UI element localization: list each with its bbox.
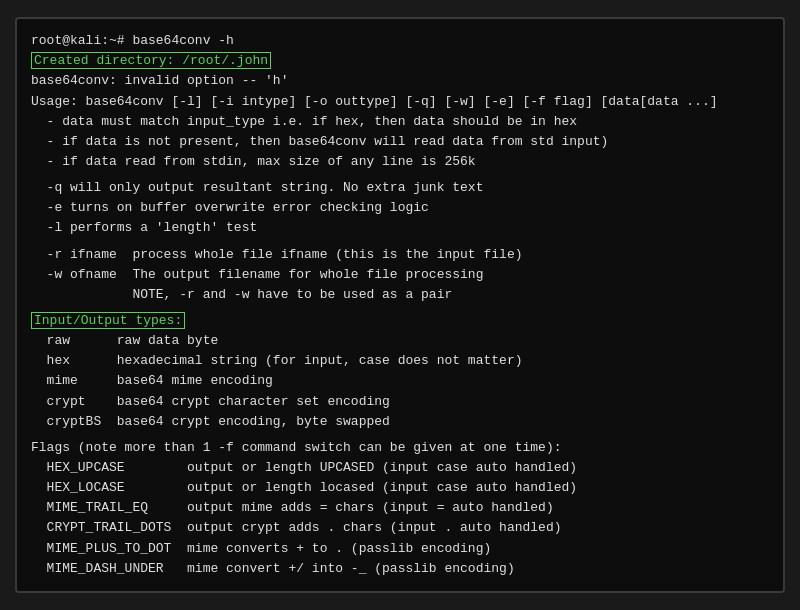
terminal-line: - if data read from stdin, max size of a…	[31, 152, 769, 172]
terminal-line: root@kali:~# base64conv -h	[31, 31, 769, 51]
terminal-line: crypt base64 crypt character set encodin…	[31, 392, 769, 412]
terminal-line: HEX_LOCASE output or length locased (inp…	[31, 478, 769, 498]
terminal-line: Flags (note more than 1 -f command switc…	[31, 438, 769, 458]
terminal-line: MIME_DASH_UNDER mime convert +/ into -_ …	[31, 559, 769, 579]
terminal-line: NOTE, -r and -w have to be used as a pai…	[31, 285, 769, 305]
terminal-line: mime base64 mime encoding	[31, 371, 769, 391]
terminal-line: HEX_UPCASE output or length UPCASED (inp…	[31, 458, 769, 478]
terminal-line: MIME_PLUS_TO_DOT mime converts + to . (p…	[31, 539, 769, 559]
terminal-line: cryptBS base64 crypt encoding, byte swap…	[31, 412, 769, 432]
terminal-line: Created directory: /root/.john	[31, 51, 769, 71]
terminal-line: raw raw data byte	[31, 331, 769, 351]
terminal-line: -l performs a 'length' test	[31, 218, 769, 238]
terminal-line: CRYPT_TRAIL_DOTS output crypt adds . cha…	[31, 518, 769, 538]
terminal-line: - data must match input_type i.e. if hex…	[31, 112, 769, 132]
terminal-line: -w ofname The output filename for whole …	[31, 265, 769, 285]
terminal-line: base64conv: invalid option -- 'h'	[31, 71, 769, 91]
terminal-window: root@kali:~# base64conv -hCreated direct…	[15, 17, 785, 593]
terminal-line: -q will only output resultant string. No…	[31, 178, 769, 198]
terminal-line: -r ifname process whole file ifname (thi…	[31, 245, 769, 265]
terminal-line: MIME_TRAIL_EQ output mime adds = chars (…	[31, 498, 769, 518]
terminal-line: Input/Output types:	[31, 311, 769, 331]
terminal-line: Usage: base64conv [-l] [-i intype] [-o o…	[31, 92, 769, 112]
terminal-content: root@kali:~# base64conv -hCreated direct…	[31, 31, 769, 579]
terminal-line: - if data is not present, then base64con…	[31, 132, 769, 152]
terminal-line: hex hexadecimal string (for input, case …	[31, 351, 769, 371]
terminal-line: -e turns on buffer overwrite error check…	[31, 198, 769, 218]
